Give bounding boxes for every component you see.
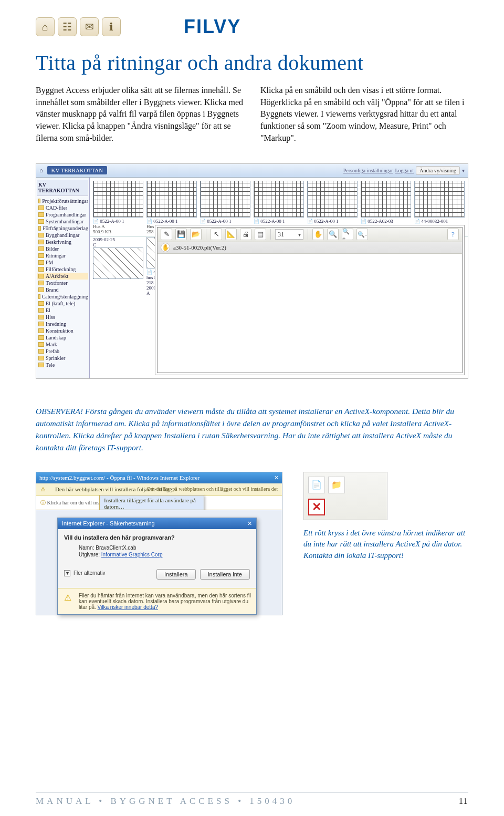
tree-item[interactable]: PM [37,259,88,266]
tree-item[interactable]: Projektförutsättningar [37,198,88,204]
home-icon: ⌂ [36,17,55,36]
ie-title-text: http://system2.byggnet.com/ - Öppna fil … [39,474,200,481]
zoom-in-icon[interactable]: 🔍+ [342,229,353,240]
tree-item[interactable]: Prefab [37,348,88,355]
ie-infobar[interactable]: ⚠ Den här webbplatsen vill installera fö… [36,483,282,496]
page-select[interactable]: 31 [275,229,303,240]
observera-text: Första gången du använder viewern måste … [36,407,454,452]
cancel-button[interactable]: Installera inte [200,569,250,580]
layers-icon[interactable]: ▤ [255,229,266,240]
tree-header: KV TERRAKOTTAN [37,180,88,196]
tree-item[interactable]: El [37,307,88,314]
tree-item[interactable]: Förfrågningsunderlag [37,225,88,232]
risk-link[interactable]: Vilka risker innebär detta? [98,604,158,610]
thumbnail[interactable]: 📄 0522-A-00 1Hus A173.4 KB [200,181,250,234]
tree-item[interactable]: Ritningar [37,252,88,259]
page-number: 11 [459,796,468,807]
more-options[interactable]: ▾ Fler alternativ [64,570,106,576]
app-top-toolbar: ⌂ KV TERRAKOTTAN Personliga inställninga… [36,164,468,178]
tree-item[interactable]: Bygghandlingar [37,232,88,239]
measure-icon[interactable]: 📐 [225,229,237,240]
tree-item[interactable]: Mark [37,341,88,348]
tree-item[interactable]: Beskrivning [37,239,88,245]
pointer-icon[interactable]: ↖ [211,229,222,240]
print-icon[interactable]: 🖨 [240,229,251,240]
link-settings[interactable]: Personliga inställningar [343,168,393,173]
viewer-toolbar: ✎ 💾 📂 ↖ 📐 🖨 ▤ 31 ✋ 🔍 🔍+ 🔍- ? [158,228,462,242]
menu-install-all[interactable]: Installera tillägget för alla användare … [100,495,204,511]
tree-icon: ☷ [58,17,77,36]
note-observera: OBSERVERA! Första gången du använder vie… [36,405,468,454]
toolbar-home-icon[interactable]: ⌂ [39,167,43,173]
open-icon[interactable]: 📂 [190,229,202,240]
bottom-row: http://system2.byggnet.com/ - Öppna fil … [36,472,468,615]
install-button[interactable]: Installera [156,569,196,580]
footer-divider [36,792,468,793]
save-icon[interactable]: 💾 [175,229,187,240]
body-col-1: Byggnet Access erbjuder olika sätt att s… [36,85,244,144]
body-columns: Byggnet Access erbjuder olika sätt att s… [36,85,468,144]
ie-infobar-text-2: Om du litar på webbplatsen och tillägget… [147,486,278,492]
tree-item[interactable]: Landskap [37,334,88,341]
thumbnail[interactable]: 📄 0522-A-00 1Hus A500.9 KB [93,181,143,234]
thumbnail[interactable]: 📄 0522-A-00 1Hus A460.2 KB [307,181,358,234]
header-icon-bar: ⌂ ☷ ✉ ℹ [36,17,121,36]
app-screenshot: ⌂ KV TERRAKOTTAN Personliga inställninga… [36,163,468,379]
help-icon[interactable]: ? [447,229,459,240]
thumbnail[interactable]: 📄 44-00032-001hus B140.2 KB [414,181,465,234]
tree-item[interactable]: Filförteckning [37,266,88,273]
markup-icon[interactable]: ✎ [161,229,172,240]
zoom-window-icon[interactable]: 🔍 [327,229,339,240]
security-dialog: Internet Explorer - Säkerhetsvarning ✕ V… [57,518,257,615]
error-cross-icon: ✕ [308,499,325,515]
tree-item[interactable]: A/Arkitekt [37,273,88,280]
link-logout[interactable]: Logga ut [395,168,414,173]
tree-item[interactable]: Programhandlingar [37,211,88,218]
publisher-link[interactable]: Informative Graphics Corp [101,552,163,557]
thumbnail[interactable]: 📄 0522-A-00 1Hus A258.3 KB [146,181,197,234]
tree-item[interactable]: Textfonter [37,280,88,286]
tree-item[interactable]: Catering/stenläggning [37,293,88,300]
hand-cursor-icon[interactable]: ✋ [161,243,170,252]
error-caption: Ett rött kryss i det övre vänstra hörnet… [303,528,468,562]
security-dialog-title: Internet Explorer - Säkerhetsvarning ✕ [58,518,256,529]
header-row: ⌂ ☷ ✉ ℹ FILVY [36,16,468,38]
viewer-window: ✎ 💾 📂 ↖ 📐 🖨 ▤ 31 ✋ 🔍 🔍+ 🔍- ? ✋ a30-51-00… [157,227,463,373]
observera-lead: OBSERVERA! [36,407,83,416]
section-title: FILVY [184,16,241,38]
tree-item[interactable]: Brand [37,286,88,293]
mail-icon: ✉ [80,17,99,36]
tree-item[interactable]: El (kraft, tele) [37,300,88,307]
thumbnail[interactable]: 2009-02-25C [93,237,143,296]
info-icon: ℹ [102,17,121,36]
thumbnail[interactable]: 📄 0522-A-00 1Hus A435.6 KB [254,181,304,234]
ie-screenshot: http://system2.byggnet.com/ - Öppna fil … [36,472,282,615]
tree-item[interactable]: Bilder [37,245,88,252]
doc-icon: 📄 [308,477,325,493]
zoom-out-icon[interactable]: 🔍- [356,229,368,240]
pan-icon[interactable]: ✋ [312,229,324,240]
tree-item[interactable]: CAD-filer [37,204,88,211]
body-col-2: Klicka på en småbild och den visas i ett… [260,85,468,144]
viewer-filebar: ✋ a30-51-0020.plt(Ver.2) [158,242,462,254]
tree-item[interactable]: Sprinkler [37,355,88,361]
folder-icon: 📁 [328,477,345,493]
page-footer: MANUAL • BYGGNET ACCESS • 150430 11 [36,796,468,807]
footer-text: MANUAL • BYGGNET ACCESS • 150430 [36,796,295,807]
dropdown-icon[interactable]: ▾ [462,168,465,173]
breadcrumb[interactable]: KV TERRAKOTTAN [47,166,108,174]
tree-item[interactable]: Konstruktion [37,327,88,334]
tree-item[interactable]: Tele [37,361,88,368]
page-heading: Titta på ritningar och andra dokument [36,50,468,75]
view-mode-button[interactable]: Ändra vy/visning [416,166,460,175]
folder-tree[interactable]: KV TERRAKOTTAN ProjektförutsättningarCAD… [36,178,90,378]
close-icon[interactable]: ✕ [274,474,279,481]
tree-item[interactable]: Hiss [37,314,88,321]
right-column: 📄 📁 ✕ Ett rött kryss i det övre vänstra … [303,472,468,562]
viewer-panel-error: 📄 📁 ✕ [303,472,387,520]
thumbnail[interactable]: 📄 0522-A02-03Hus A438 KB [361,181,411,234]
tree-item[interactable]: Inredning [37,321,88,327]
tree-item[interactable]: Systemhandlingar [37,218,88,225]
close-icon[interactable]: ✕ [247,520,252,527]
dialog-question: Vill du installera den här programvaran? [64,534,250,541]
